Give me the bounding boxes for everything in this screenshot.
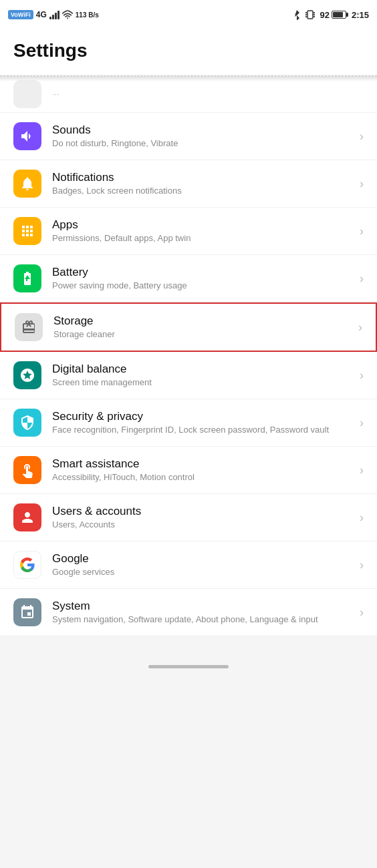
apps-icon-wrapper bbox=[13, 217, 41, 245]
apps-icon bbox=[19, 223, 35, 239]
notifications-icon bbox=[19, 176, 35, 192]
settings-item-digital-balance[interactable]: Digital balance Screen time management › bbox=[0, 352, 377, 399]
notifications-icon-wrapper bbox=[13, 170, 41, 198]
storage-chevron: › bbox=[358, 320, 362, 335]
network-type: 4G bbox=[36, 10, 47, 19]
svg-rect-5 bbox=[313, 12, 315, 13]
smart-assistance-icon bbox=[19, 462, 35, 478]
security-chevron: › bbox=[360, 416, 364, 430]
settings-item-google[interactable]: Google Google services › bbox=[0, 541, 377, 589]
settings-item-apps[interactable]: Apps Permissions, Default apps, App twin… bbox=[0, 208, 377, 255]
users-subtitle: Users, Accounts bbox=[52, 519, 354, 531]
system-chevron: › bbox=[360, 606, 364, 620]
notifications-title: Notifications bbox=[52, 171, 354, 184]
users-icon bbox=[19, 509, 35, 525]
google-icon-wrapper bbox=[13, 551, 41, 579]
apps-text: Apps Permissions, Default apps, App twin bbox=[52, 218, 354, 244]
battery-settings-icon-wrapper bbox=[13, 264, 41, 292]
svg-rect-6 bbox=[313, 14, 315, 15]
svg-rect-7 bbox=[313, 16, 315, 17]
apps-title: Apps bbox=[52, 218, 354, 232]
digital-balance-icon bbox=[19, 367, 35, 383]
security-icon-wrapper bbox=[13, 409, 41, 437]
battery-title: Battery bbox=[52, 266, 354, 279]
svg-rect-4 bbox=[305, 16, 307, 17]
smart-assistance-icon-wrapper bbox=[13, 456, 41, 484]
system-text: System System navigation, Software updat… bbox=[52, 600, 354, 626]
users-chevron: › bbox=[360, 511, 364, 525]
security-text: Security & privacy Face recognition, Fin… bbox=[52, 410, 354, 436]
data-speed: 113 B/s bbox=[76, 11, 99, 19]
battery-chevron: › bbox=[360, 272, 364, 286]
svg-point-0 bbox=[67, 17, 68, 19]
apps-subtitle: Permissions, Default apps, App twin bbox=[52, 233, 354, 244]
status-left: VoWiFi 4G 113 B/s bbox=[8, 10, 99, 19]
storage-icon-wrapper bbox=[15, 313, 43, 341]
digital-balance-icon-wrapper bbox=[13, 361, 41, 389]
settings-item-users[interactable]: Users & accounts Users, Accounts › bbox=[0, 494, 377, 541]
users-icon-wrapper bbox=[13, 503, 41, 531]
wifi-icon bbox=[62, 10, 73, 19]
sounds-chevron: › bbox=[360, 130, 364, 144]
smart-assistance-subtitle: Accessibility, HiTouch, Motion control bbox=[52, 472, 354, 483]
storage-text: Storage Storage cleaner bbox=[53, 314, 353, 341]
sounds-title: Sounds bbox=[52, 124, 354, 137]
security-title: Security & privacy bbox=[52, 410, 354, 423]
battery-icon bbox=[332, 11, 346, 19]
smart-assistance-title: Smart assistance bbox=[52, 457, 354, 471]
notifications-text: Notifications Badges, Lock screen notifi… bbox=[52, 171, 354, 197]
vowifi-indicator: VoWiFi bbox=[8, 10, 33, 19]
bluetooth-icon bbox=[293, 9, 300, 20]
sounds-subtitle: Do not disturb, Ringtone, Vibrate bbox=[52, 138, 354, 150]
settings-item-smart-assistance[interactable]: Smart assistance Accessibility, HiTouch,… bbox=[0, 447, 377, 494]
svg-rect-1 bbox=[307, 11, 313, 19]
settings-item-sounds[interactable]: Sounds Do not disturb, Ringtone, Vibrate… bbox=[0, 113, 377, 160]
google-title: Google bbox=[52, 552, 354, 566]
storage-subtitle: Storage cleaner bbox=[53, 329, 353, 341]
apps-chevron: › bbox=[360, 224, 364, 238]
google-icon bbox=[19, 557, 35, 573]
system-subtitle: System navigation, Software update, Abou… bbox=[52, 614, 354, 626]
digital-balance-title: Digital balance bbox=[52, 363, 354, 376]
partial-icon bbox=[13, 80, 41, 108]
sounds-icon-wrapper bbox=[13, 122, 41, 150]
security-subtitle: Face recognition, Fingerprint ID, Lock s… bbox=[52, 425, 354, 436]
svg-rect-3 bbox=[305, 14, 307, 15]
vibrate-icon bbox=[305, 9, 315, 20]
settings-item-storage[interactable]: Storage Storage cleaner › bbox=[0, 302, 377, 352]
battery-indicator: 92 bbox=[320, 10, 346, 20]
smart-assistance-text: Smart assistance Accessibility, HiTouch,… bbox=[52, 457, 354, 483]
partial-item-text: ··· bbox=[52, 89, 364, 100]
settings-list: Sounds Do not disturb, Ringtone, Vibrate… bbox=[0, 113, 377, 636]
status-right: 92 2:15 bbox=[293, 9, 370, 20]
status-bar: VoWiFi 4G 113 B/s bbox=[0, 0, 377, 29]
google-subtitle: Google services bbox=[52, 567, 354, 578]
sounds-text: Sounds Do not disturb, Ringtone, Vibrate bbox=[52, 124, 354, 150]
digital-balance-chevron: › bbox=[360, 369, 364, 383]
notifications-chevron: › bbox=[360, 177, 364, 191]
battery-text: Battery Power saving mode, Battery usage bbox=[52, 266, 354, 292]
signal-bars bbox=[49, 10, 59, 19]
storage-title: Storage bbox=[53, 314, 353, 328]
home-indicator-area bbox=[0, 636, 377, 676]
settings-item-security[interactable]: Security & privacy Face recognition, Fin… bbox=[0, 399, 377, 447]
users-title: Users & accounts bbox=[52, 505, 354, 518]
battery-percentage: 92 bbox=[320, 10, 330, 20]
settings-item-notifications[interactable]: Notifications Badges, Lock screen notifi… bbox=[0, 160, 377, 208]
battery-settings-icon bbox=[19, 270, 35, 286]
svg-rect-2 bbox=[305, 12, 307, 13]
partial-item[interactable]: ··· bbox=[0, 75, 377, 113]
digital-balance-text: Digital balance Screen time management bbox=[52, 363, 354, 389]
settings-item-battery[interactable]: Battery Power saving mode, Battery usage… bbox=[0, 255, 377, 302]
notifications-subtitle: Badges, Lock screen notifications bbox=[52, 186, 354, 197]
system-title: System bbox=[52, 600, 354, 613]
google-text: Google Google services bbox=[52, 552, 354, 578]
settings-item-system[interactable]: System System navigation, Software updat… bbox=[0, 589, 377, 636]
battery-subtitle: Power saving mode, Battery usage bbox=[52, 280, 354, 292]
sounds-icon bbox=[19, 128, 35, 144]
page-title: Settings bbox=[0, 29, 377, 75]
smart-assistance-chevron: › bbox=[360, 463, 364, 477]
users-text: Users & accounts Users, Accounts bbox=[52, 505, 354, 531]
system-icon bbox=[19, 604, 35, 620]
digital-balance-subtitle: Screen time management bbox=[52, 377, 354, 389]
